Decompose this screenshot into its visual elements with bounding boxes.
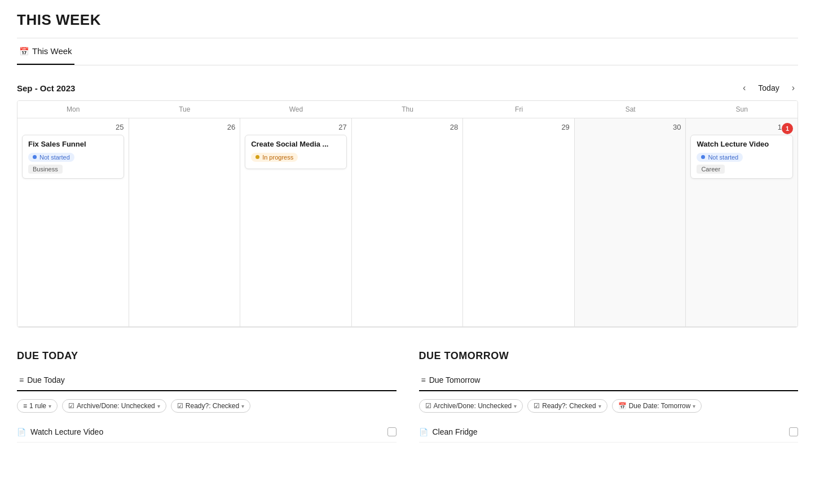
filter-ready-icon: ☑ bbox=[177, 402, 183, 410]
task-title-lecture: Watch Lecture Video bbox=[697, 140, 787, 148]
filter-duedate-tomorrow[interactable]: 📅 Due Date: Tomorrow ▾ bbox=[612, 399, 702, 413]
status-dot bbox=[33, 155, 37, 159]
due-tomorrow-title: DUE TOMORROW bbox=[419, 350, 799, 362]
due-today-title: DUE TODAY bbox=[17, 350, 397, 362]
table-row: 📄 Clean Fridge bbox=[419, 422, 799, 443]
filter-archive-tmrw-icon: ☑ bbox=[425, 402, 431, 410]
day-header-sun: Sun bbox=[686, 101, 798, 118]
task-row-content: 📄 Watch Lecture Video bbox=[17, 427, 103, 436]
due-tomorrow-section: DUE TOMORROW ≡ Due Tomorrow ☑ Archive/Do… bbox=[419, 350, 799, 443]
day-header-sat: Sat bbox=[575, 101, 686, 118]
chevron-duedate-tmrw: ▾ bbox=[693, 403, 695, 409]
page-title: THIS WEEK bbox=[17, 11, 798, 29]
tab-label: This Week bbox=[32, 46, 72, 56]
day-cell-sat: 30 bbox=[575, 118, 686, 327]
day-header-mon: Mon bbox=[17, 101, 129, 118]
due-tomorrow-filters: ☑ Archive/Done: Unchecked ▾ ☑ Ready?: Ch… bbox=[419, 399, 799, 413]
filter-ready-tmrw-label: Ready?: Checked bbox=[542, 402, 596, 410]
filter-archive-tomorrow[interactable]: ☑ Archive/Done: Unchecked ▾ bbox=[419, 399, 523, 413]
day-number-wed: 27 bbox=[245, 123, 347, 131]
status-label: Not started bbox=[39, 154, 70, 161]
task-title-social-media: Create Social Media ... bbox=[251, 140, 341, 148]
filter-rules[interactable]: ≡ 1 rule ▾ bbox=[17, 399, 58, 413]
day-header-thu: Thu bbox=[352, 101, 464, 118]
task-checkbox[interactable] bbox=[387, 427, 397, 436]
calendar-period: Sep - Oct 2023 bbox=[17, 83, 75, 93]
due-today-tab[interactable]: ≡ Due Today bbox=[17, 370, 67, 390]
tab-bar: 📅 This Week bbox=[17, 38, 798, 65]
calendar-nav: ‹ Today › bbox=[739, 81, 798, 95]
due-sections: DUE TODAY ≡ Due Today ≡ 1 rule ▾ ☑ Archi… bbox=[17, 350, 798, 443]
task-file-icon-tmrw: 📄 bbox=[419, 428, 428, 436]
filter-ready-today[interactable]: ☑ Ready?: Checked ▾ bbox=[171, 399, 250, 413]
status-badge-not-started: Not started bbox=[28, 153, 74, 162]
due-tomorrow-tab-icon: ≡ bbox=[421, 375, 426, 384]
calendar-grid: Mon Tue Wed Thu Fri Sat Sun 25 Fix Sales… bbox=[17, 100, 798, 328]
day-number-fri: 29 bbox=[468, 123, 570, 131]
due-tomorrow-tab-label: Due Tomorrow bbox=[429, 375, 481, 384]
day-cell-mon: 25 Fix Sales Funnel Not started Business bbox=[17, 118, 129, 327]
chevron-icon: ▾ bbox=[49, 403, 51, 409]
filter-duedate-tmrw-label: Due Date: Tomorrow bbox=[629, 402, 691, 410]
task-row-content-tmrw: 📄 Clean Fridge bbox=[419, 427, 478, 436]
task-title-fix-sales: Fix Sales Funnel bbox=[28, 140, 118, 148]
prev-nav-button[interactable]: ‹ bbox=[739, 82, 749, 94]
day-cell-sun: 1 1 Watch Lecture Video Not started Care… bbox=[686, 118, 798, 327]
chevron-archive-tmrw: ▾ bbox=[514, 403, 517, 409]
filter-ready-tomorrow[interactable]: ☑ Ready?: Checked ▾ bbox=[527, 399, 607, 413]
today-button[interactable]: Today bbox=[754, 81, 783, 95]
due-tomorrow-tab-bar: ≡ Due Tomorrow bbox=[419, 370, 799, 391]
chevron-archive-icon: ▾ bbox=[157, 403, 160, 409]
tag-career: Career bbox=[697, 165, 725, 174]
filter-duedate-tmrw-icon: 📅 bbox=[618, 402, 627, 410]
day-number-sun: 1 1 bbox=[690, 123, 793, 131]
task-file-icon: 📄 bbox=[17, 428, 26, 436]
day-cell-fri: 29 bbox=[463, 118, 575, 327]
status-label-in-progress: In progress bbox=[262, 154, 293, 161]
due-today-tab-bar: ≡ Due Today bbox=[17, 370, 397, 391]
next-nav-button[interactable]: › bbox=[788, 82, 798, 94]
day-header-fri: Fri bbox=[463, 101, 575, 118]
status-label-sun: Not started bbox=[708, 154, 738, 161]
calendar-header: Sep - Oct 2023 ‹ Today › bbox=[17, 81, 798, 95]
due-today-tab-icon: ≡ bbox=[19, 375, 24, 384]
table-row: 📄 Watch Lecture Video bbox=[17, 422, 397, 443]
filter-archive-icon: ☑ bbox=[68, 402, 74, 410]
filter-archive-today[interactable]: ☑ Archive/Done: Unchecked ▾ bbox=[62, 399, 166, 413]
day-header-tue: Tue bbox=[129, 101, 241, 118]
due-today-filters: ≡ 1 rule ▾ ☑ Archive/Done: Unchecked ▾ ☑… bbox=[17, 399, 397, 413]
filter-ready-label: Ready?: Checked bbox=[186, 402, 239, 410]
filter-ready-tmrw-icon: ☑ bbox=[534, 402, 540, 410]
status-dot-in-progress bbox=[255, 155, 259, 159]
due-today-section: DUE TODAY ≡ Due Today ≡ 1 rule ▾ ☑ Archi… bbox=[17, 350, 397, 443]
day-number-tue: 26 bbox=[134, 123, 236, 131]
status-dot-sun bbox=[701, 155, 705, 159]
tab-this-week[interactable]: 📅 This Week bbox=[17, 38, 74, 65]
task-card-lecture[interactable]: Watch Lecture Video Not started Career bbox=[690, 135, 793, 179]
day-cell-tue: 26 bbox=[129, 118, 241, 327]
day-badge-count: 1 bbox=[782, 123, 793, 134]
day-number-thu: 28 bbox=[356, 123, 459, 131]
task-card-social-media[interactable]: Create Social Media ... In progress bbox=[245, 135, 347, 169]
filter-label: 1 rule bbox=[29, 402, 46, 410]
task-checkbox-tmrw[interactable] bbox=[789, 427, 798, 436]
chevron-ready-icon: ▾ bbox=[241, 403, 244, 409]
filter-archive-tmrw-label: Archive/Done: Unchecked bbox=[434, 402, 512, 410]
status-badge-not-started-sun: Not started bbox=[697, 153, 743, 162]
tag-business: Business bbox=[28, 165, 63, 174]
filter-archive-label: Archive/Done: Unchecked bbox=[77, 402, 155, 410]
day-header-wed: Wed bbox=[240, 101, 352, 118]
task-card-fix-sales[interactable]: Fix Sales Funnel Not started Business bbox=[22, 135, 124, 179]
chevron-ready-tmrw: ▾ bbox=[598, 403, 601, 409]
day-number-sat: 30 bbox=[579, 123, 681, 131]
day-cell-thu: 28 bbox=[352, 118, 464, 327]
due-today-tab-label: Due Today bbox=[27, 375, 65, 384]
status-badge-in-progress: In progress bbox=[251, 153, 298, 162]
filter-icon: ≡ bbox=[23, 402, 27, 410]
calendar-icon: 📅 bbox=[19, 47, 29, 56]
day-cell-wed: 27 Create Social Media ... In progress bbox=[240, 118, 352, 327]
due-tomorrow-tab[interactable]: ≡ Due Tomorrow bbox=[419, 370, 483, 390]
task-row-title-tmrw: Clean Fridge bbox=[433, 427, 478, 436]
task-row-title: Watch Lecture Video bbox=[30, 427, 103, 436]
day-number-mon: 25 bbox=[22, 123, 124, 131]
